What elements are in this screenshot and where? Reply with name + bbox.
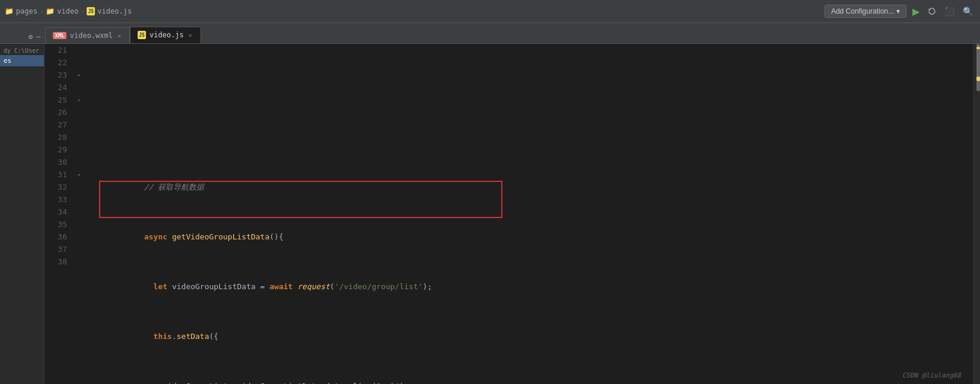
line-num-26: 26 [44,106,67,119]
breadcrumb-pages: 📁 pages [5,7,37,15]
stop-button[interactable]: ⬛ [942,4,957,18]
settings-gear-icon[interactable]: ⚙ [28,33,33,41]
tab-bar: ⚙ — XML video.wxml ✕ JS video.js ✕ [0,23,980,44]
line-num-23: 23 [44,69,67,81]
fold-gutter: ▾ ▾ ▾ [74,44,84,384]
tab-video-wxml[interactable]: XML video.wxml ✕ [45,27,130,43]
folder-icon-2: 📁 [46,7,55,15]
line-num-35: 35 [44,218,67,231]
left-sidebar: dy C:\User es [0,44,44,384]
line-num-21: 21 [44,44,67,56]
code-line-22: // 获取导航数据 [88,168,973,181]
tab-settings-area: ⚙ — [24,30,45,43]
reload-button[interactable] [925,5,938,18]
tab-wxml-label: video.wxml [70,31,113,40]
code-line-26: videoGroupList: videoGroupListData.data.… [88,367,973,380]
reload-icon [928,7,936,15]
xml-file-icon: XML [53,32,66,39]
fold-34 [74,206,84,218]
fold-29 [74,143,84,156]
line-num-33: 33 [44,193,67,206]
line-num-38: 38 [44,255,67,268]
line-num-30: 30 [44,156,67,168]
fold-35 [74,218,84,231]
code-container: 21 22 23 24 25 26 27 28 29 30 31 32 33 3… [44,44,973,384]
code-lines[interactable]: // 获取导航数据 async getVideoGroupListData(){… [84,44,973,384]
line-numbers: 21 22 23 24 25 26 27 28 29 30 31 32 33 3… [44,44,74,384]
fold-27 [74,119,84,131]
js-tab-icon: JS [138,31,146,39]
tab-js-close[interactable]: ✕ [187,31,193,39]
add-config-label: Add Configuration... [831,7,894,15]
fold-26 [74,106,84,119]
dropdown-arrow-icon: ▾ [896,7,900,15]
top-bar: 📁 pages › 📁 video › JS video.js Add Conf… [0,0,980,23]
search-button[interactable]: 🔍 [960,4,975,18]
fold-23[interactable]: ▾ [74,69,84,81]
line-num-28: 28 [44,131,67,143]
scroll-marker-yellow-1 [976,47,980,49]
fold-36 [74,231,84,243]
js-file-icon: JS [87,7,95,15]
fold-24 [74,81,84,94]
breadcrumb-video-label: video [57,7,78,15]
code-line-21 [88,119,973,131]
fold-28 [74,131,84,143]
fold-31[interactable]: ▾ [74,168,84,181]
scroll-marker-yellow-2 [976,76,980,81]
breadcrumb-videojs-label: video.js [97,7,132,15]
main-area: dy C:\User es 21 22 23 24 25 26 27 28 29… [0,44,980,384]
line-num-31: 31 [44,168,67,181]
breadcrumb-video: 📁 video [46,7,78,15]
fold-21 [74,44,84,56]
scroll-position-marker [976,44,980,91]
line-num-22: 22 [44,56,67,69]
line-num-25: 25 [44,94,67,106]
tab-js-label: video.js [149,31,184,39]
folder-icon: 📁 [5,7,14,15]
breadcrumb-sep-1: › [40,8,43,15]
line-num-27: 27 [44,119,67,131]
sidebar-path: dy C:\User [0,46,44,55]
code-line-24: let videoGroupListData = await request('… [88,268,973,280]
run-button[interactable]: ▶ [910,4,922,20]
sidebar-nav-es[interactable]: es [0,55,44,66]
fold-38 [74,255,84,268]
breadcrumb-pages-label: pages [16,7,37,15]
editor-area: 21 22 23 24 25 26 27 28 29 30 31 32 33 3… [44,44,973,384]
add-configuration-button[interactable]: Add Configuration... ▾ [825,5,906,18]
code-line-25: this.setData({ [88,318,973,330]
fold-22 [74,56,84,69]
breadcrumb-sep-2: › [81,8,84,15]
line-num-24: 24 [44,81,67,94]
fold-32 [74,181,84,193]
line-num-36: 36 [44,231,67,243]
line-num-32: 32 [44,181,67,193]
line-num-34: 34 [44,206,67,218]
fold-37 [74,243,84,255]
code-line-23: async getVideoGroupListData(){ [88,218,973,231]
line-num-29: 29 [44,143,67,156]
tab-video-js[interactable]: JS video.js ✕ [130,27,201,43]
breadcrumb-videojs: JS video.js [87,7,132,15]
watermark: CSDN @liulang68 [902,372,961,379]
settings-dash-icon[interactable]: — [36,33,40,41]
tab-wxml-close[interactable]: ✕ [116,32,122,40]
top-right-controls: Add Configuration... ▾ ▶ ⬛ 🔍 [825,4,975,20]
line-num-37: 37 [44,243,67,255]
right-scrollbar[interactable] [973,44,980,384]
breadcrumb: 📁 pages › 📁 video › JS video.js [5,7,132,15]
fold-25[interactable]: ▾ [74,94,84,106]
fold-30 [74,156,84,168]
fold-33 [74,193,84,206]
